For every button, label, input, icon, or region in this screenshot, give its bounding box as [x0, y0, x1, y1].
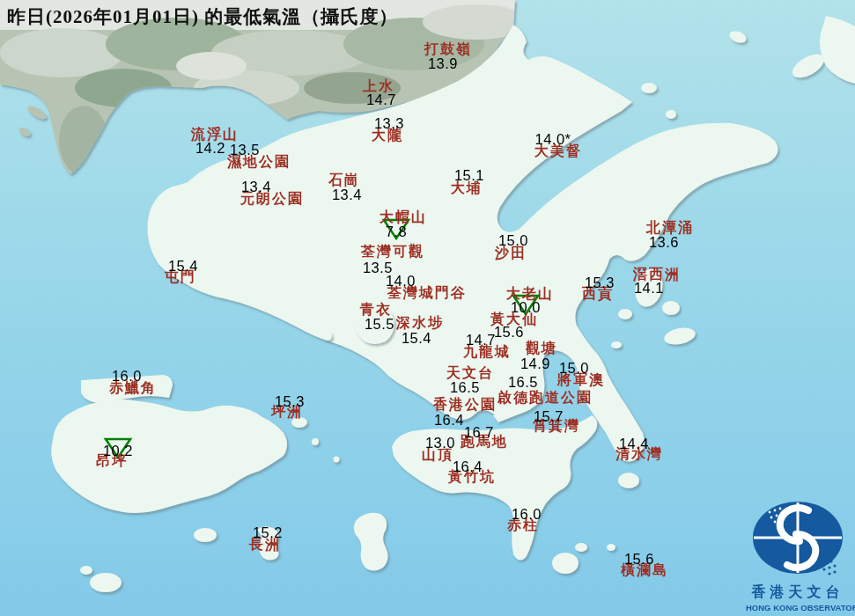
station-value: 15.6: [624, 552, 654, 567]
hk-min-temperature-map: 昨日(2026年01月01日) 的最低氣溫（攝氏度） 打鼓嶺13.9上水14.7…: [0, 0, 855, 616]
station-value: 13.0: [425, 436, 455, 451]
station-name: 大帽山: [380, 210, 427, 224]
station-value: 15.4: [402, 331, 431, 346]
station-value: 16.5: [450, 380, 480, 395]
station-value: 14.1: [634, 281, 664, 296]
station-value: 15.5: [365, 317, 394, 332]
station-name: 香港公園: [433, 398, 497, 412]
station-value: 10.2: [103, 444, 133, 458]
station-value: 15.3: [585, 275, 615, 290]
station-value: 16.0: [112, 369, 142, 384]
station-value: 16.0: [512, 507, 542, 522]
station-name: 深水埗: [396, 316, 444, 330]
station-value: 14.0*: [534, 132, 571, 147]
station-value: 15.0: [559, 361, 589, 376]
station-value: 15.6: [494, 325, 524, 340]
hko-logo-icon: [750, 500, 845, 579]
station-value: 7.8: [386, 224, 407, 239]
station-name: 天文台: [446, 366, 494, 380]
station-name: 打鼓嶺: [424, 42, 472, 56]
station-name: 石崗: [328, 173, 360, 187]
station-value: 14.7: [366, 92, 396, 107]
station-name: 大埔: [451, 181, 483, 195]
station-name: 觀塘: [526, 341, 557, 356]
station-name: 荃灣可觀: [361, 245, 424, 259]
station-value: 15.3: [275, 394, 305, 409]
station-value: 15.4: [168, 259, 198, 274]
station-value: 16.4: [453, 459, 483, 474]
station-value: 13.4: [241, 180, 271, 194]
hko-logo-chinese-name: 香港天文台: [746, 583, 850, 602]
station-value: 16.7: [464, 425, 494, 440]
station-value: 14.9: [520, 356, 550, 371]
station-name: 沙田: [495, 246, 527, 260]
station-value: 14.2: [195, 141, 225, 156]
station-value: 14.0: [386, 274, 416, 289]
station-value: 16.5: [508, 375, 538, 390]
station-value: 13.5: [230, 143, 260, 158]
station-value: 14.7: [466, 333, 496, 348]
station-value: 13.9: [428, 56, 458, 71]
station-value: 16.4: [434, 413, 464, 428]
station-name: 北潭涌: [646, 221, 694, 235]
map-title: 昨日(2026年01月01日) 的最低氣溫（攝氏度）: [7, 4, 398, 29]
hko-logo: 香港天文台 HONG KONG OBSERVATORY: [746, 500, 850, 612]
station-value: 15.7: [534, 409, 564, 424]
station-value: 15.2: [253, 525, 283, 540]
station-value: 13.3: [374, 116, 404, 131]
station-value: 13.4: [332, 187, 362, 202]
station-value: 14.4: [619, 436, 649, 451]
station-name: 啟德跑道公園: [498, 391, 593, 405]
station-value: 15.1: [454, 168, 484, 183]
station-value: 13.6: [649, 235, 679, 250]
station-value: 15.0: [498, 233, 528, 248]
hko-logo-english-name: HONG KONG OBSERVATORY: [746, 603, 850, 612]
station-name: 青衣: [360, 303, 392, 317]
stations-layer: 打鼓嶺13.9上水14.7大隴13.3流浮山14.2濕地公園13.5大美督14.…: [0, 0, 855, 616]
